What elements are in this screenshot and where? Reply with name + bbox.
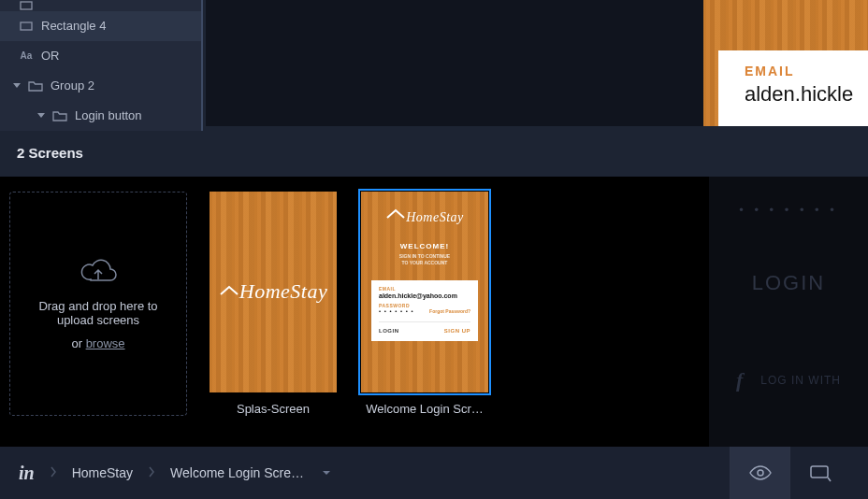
password-dots: • • • • • • • [379, 308, 414, 314]
layers-panel: Rectangle 4 Aa OR Group 2 Login button [0, 0, 203, 131]
login-btn: LOGIN [379, 328, 399, 334]
screen-card-splash[interactable]: HomeStay Splas-Screen [208, 192, 339, 432]
preview-mockup: EMAIL alden.hickle [703, 0, 868, 126]
email-label: EMAIL [745, 64, 868, 78]
preview-mode-button[interactable] [730, 447, 789, 499]
invision-logo[interactable]: in [19, 463, 35, 484]
bottom-bar: in HomeStay Welcome Login Scre… [0, 447, 868, 499]
ghost-password-dots: • • • • • • • [739, 203, 838, 217]
bottom-right-tools [730, 447, 849, 499]
layer-row[interactable] [0, 0, 201, 11]
layer-row-login-button[interactable]: Login button [0, 101, 201, 131]
rect-icon [19, 0, 34, 11]
svg-rect-1 [21, 22, 32, 30]
screen-card-login[interactable]: HomeStay WELCOME! SIGN IN TO CONTINUETO … [359, 192, 490, 432]
rect-icon [19, 19, 34, 34]
comment-icon [808, 463, 832, 482]
svg-rect-0 [21, 2, 32, 9]
logo: HomeStay [385, 208, 464, 225]
canvas-area[interactable] [206, 0, 703, 126]
logo: HomeStay [219, 278, 327, 304]
facebook-f-icon: f [736, 368, 744, 392]
screens-header: 2 Screens [17, 145, 83, 161]
text-icon: Aa [19, 49, 34, 64]
browse-link[interactable]: browse [86, 336, 125, 350]
layer-label: Login button [75, 108, 142, 122]
upload-or: or [71, 336, 85, 350]
svg-rect-3 [811, 466, 828, 478]
email-value: alden.hickle [745, 82, 868, 107]
layer-row-rectangle4[interactable]: Rectangle 4 [0, 11, 201, 41]
signup-btn: SIGN UP [444, 328, 470, 334]
caret-down-icon[interactable] [323, 471, 330, 475]
layer-label: OR [41, 49, 60, 63]
screen-label: Welcome Login Scr… [366, 402, 483, 416]
layer-row-group2[interactable]: Group 2 [0, 71, 201, 101]
chevron-down-icon [37, 113, 45, 118]
folder-icon [52, 108, 67, 123]
eye-icon [748, 463, 773, 482]
upload-text: upload screens [57, 313, 139, 327]
ghost-fb-row: f LOG IN WITH [736, 368, 841, 392]
ghost-preview: • • • • • • • LOGIN f LOG IN WITH [709, 177, 868, 447]
folder-icon [28, 78, 43, 93]
chevron-down-icon [13, 83, 21, 88]
welcome-sub: SIGN IN TO CONTINUETO YOUR ACCOUNT [399, 253, 450, 265]
chevron-right-icon [50, 466, 57, 480]
email-card: EMAIL alden.hickle [718, 50, 868, 126]
comment-mode-button[interactable] [789, 447, 849, 499]
upload-dropzone[interactable]: Drag and drop here to upload screens or … [9, 192, 187, 416]
breadcrumb-screen[interactable]: Welcome Login Scre… [170, 465, 304, 480]
breadcrumb-project[interactable]: HomeStay [72, 465, 133, 480]
screen-thumb[interactable]: HomeStay WELCOME! SIGN IN TO CONTINUETO … [361, 192, 488, 392]
chevron-right-icon [148, 466, 155, 480]
login-card: EMAIL alden.hickle@yahoo.com PASSWORD • … [371, 280, 478, 341]
forgot-link: Forgot Password? [429, 308, 470, 314]
roof-icon [385, 208, 406, 223]
layer-row-or[interactable]: Aa OR [0, 41, 201, 71]
layer-label: Group 2 [51, 78, 94, 93]
email-value: alden.hickle@yahoo.com [379, 292, 470, 299]
layer-label: Rectangle 4 [41, 19, 106, 33]
roof-icon [219, 278, 239, 302]
ghost-login-text: LOGIN [752, 271, 825, 295]
welcome-heading: WELCOME! [400, 242, 449, 250]
cloud-upload-icon [80, 257, 117, 290]
svg-point-2 [758, 470, 763, 476]
screen-thumb[interactable]: HomeStay [210, 192, 337, 392]
screen-label: Splas-Screen [237, 402, 310, 416]
email-label: EMAIL [379, 286, 470, 292]
upload-text: Drag and drop here to [38, 299, 157, 313]
